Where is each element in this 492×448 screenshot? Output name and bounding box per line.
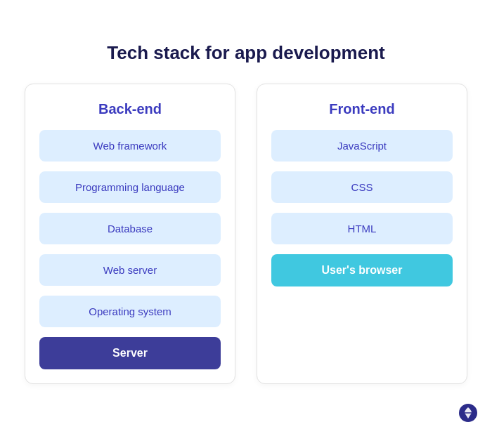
brand-icon <box>458 403 478 423</box>
page-title: Tech stack for app development <box>107 42 384 64</box>
backend-item-operating-system[interactable]: Operating system <box>39 296 221 327</box>
frontend-footer-browser[interactable]: User's browser <box>271 254 453 286</box>
backend-item-programming-language[interactable]: Programming language <box>39 171 221 203</box>
frontend-heading: Front-end <box>329 101 394 117</box>
frontend-card: Front-end JavaScript CSS HTML User's bro… <box>257 84 467 384</box>
page-wrapper: Tech stack for app development Back-end … <box>0 21 492 434</box>
backend-card: Back-end Web framework Programming langu… <box>25 84 235 384</box>
backend-item-database[interactable]: Database <box>39 213 221 244</box>
frontend-item-html[interactable]: HTML <box>271 213 453 244</box>
columns-container: Back-end Web framework Programming langu… <box>14 84 478 384</box>
backend-item-web-framework[interactable]: Web framework <box>39 130 221 162</box>
frontend-item-javascript[interactable]: JavaScript <box>271 130 453 162</box>
backend-item-web-server[interactable]: Web server <box>39 254 221 286</box>
backend-footer-server[interactable]: Server <box>39 337 221 369</box>
frontend-item-css[interactable]: CSS <box>271 171 453 203</box>
backend-heading: Back-end <box>98 101 162 117</box>
page-content: Tech stack for app development Back-end … <box>0 21 492 398</box>
